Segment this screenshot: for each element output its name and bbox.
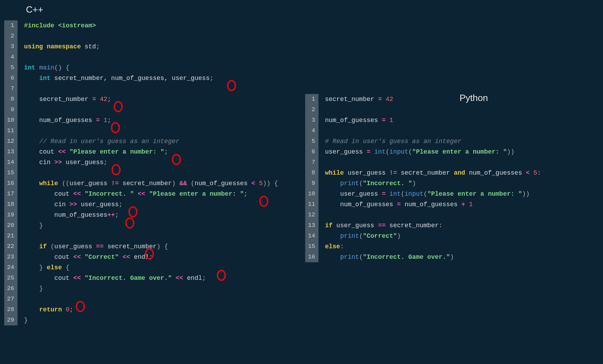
code-line: [24, 294, 278, 304]
line-number: 27: [4, 294, 18, 304]
line-number: 28: [4, 304, 18, 315]
line-number: 2: [4, 31, 18, 41]
code-line: }: [24, 315, 278, 325]
line-number: 15: [4, 168, 18, 178]
code-line: [24, 83, 278, 94]
line-number: 10: [305, 189, 319, 199]
python-gutter: 12345678910111213141516: [305, 94, 319, 262]
code-line: }: [24, 283, 278, 294]
code-line: secret_number = 42: [325, 94, 541, 105]
cpp-gutter: 1234567891011121314151617181920212223242…: [4, 20, 18, 325]
line-number: 7: [4, 83, 18, 94]
line-number: 1: [4, 20, 18, 31]
code-line: [325, 157, 541, 168]
code-line: }: [24, 220, 278, 231]
code-line: print("Incorrect. "): [325, 178, 541, 189]
code-line: cin >> user_guess;: [24, 199, 278, 210]
code-line: int main() {: [24, 62, 278, 73]
code-line: if (user_guess == secret_number) {: [24, 241, 278, 252]
line-number: 2: [305, 105, 319, 115]
line-number: 12: [4, 136, 18, 147]
line-number: 15: [305, 241, 319, 252]
code-line: # Read in user's guess as an integer: [325, 136, 541, 147]
code-line: num_of_guesses = 1: [325, 115, 541, 126]
code-line: [325, 105, 541, 115]
line-number: 7: [305, 157, 319, 168]
code-line: cout << "Please enter a number: ";: [24, 147, 278, 157]
line-number: 14: [4, 157, 18, 168]
code-line: print("Correct"): [325, 231, 541, 241]
code-line: } else {: [24, 262, 278, 273]
code-line: user_guess = int(input("Please enter a n…: [325, 189, 541, 199]
code-line: [24, 31, 278, 41]
line-number: 12: [305, 210, 319, 220]
code-line: if user_guess == secret_number:: [325, 220, 541, 231]
line-number: 8: [305, 168, 319, 178]
code-line: [325, 210, 541, 220]
line-number: 14: [305, 231, 319, 241]
code-line: [24, 168, 278, 178]
line-number: 13: [305, 220, 319, 231]
line-number: 5: [4, 62, 18, 73]
line-number: 21: [4, 231, 18, 241]
code-line: else:: [325, 241, 541, 252]
line-number: 3: [4, 41, 18, 52]
line-number: 8: [4, 94, 18, 105]
line-number: 25: [4, 273, 18, 283]
python-code[interactable]: secret_number = 42 num_of_guesses = 1 # …: [319, 94, 541, 262]
line-number: 16: [4, 178, 18, 189]
line-number: 26: [4, 283, 18, 294]
line-number: 18: [4, 199, 18, 210]
code-line: cin >> user_guess;: [24, 157, 278, 168]
python-editor[interactable]: 12345678910111213141516 secret_number = …: [305, 94, 541, 262]
cpp-editor[interactable]: 1234567891011121314151617181920212223242…: [4, 20, 278, 325]
line-number: 13: [4, 147, 18, 157]
line-number: 6: [4, 73, 18, 83]
code-line: [24, 231, 278, 241]
code-line: [24, 52, 278, 62]
code-line: num_of_guesses = 1;: [24, 115, 278, 126]
line-number: 4: [4, 52, 18, 62]
line-number: 11: [4, 126, 18, 136]
code-line: cout << "Correct" << endl;: [24, 252, 278, 262]
line-number: 16: [305, 252, 319, 262]
cpp-heading: C++: [26, 4, 43, 15]
line-number: 10: [4, 115, 18, 126]
code-line: while ((user_guess != secret_number) && …: [24, 178, 278, 189]
line-number: 19: [4, 210, 18, 220]
code-line: cout << "Incorrect. " << "Please enter a…: [24, 189, 278, 199]
code-line: while user_guess != secret_number and nu…: [325, 168, 541, 178]
line-number: 9: [4, 105, 18, 115]
code-line: num_of_guesses++;: [24, 210, 278, 220]
code-line: print("Incorrect. Game over."): [325, 252, 541, 262]
line-number: 5: [305, 136, 319, 147]
code-line: #include <iostream>: [24, 20, 278, 31]
line-number: 1: [305, 94, 319, 105]
code-line: int secret_number, num_of_guesses, user_…: [24, 73, 278, 83]
line-number: 3: [305, 115, 319, 126]
line-number: 6: [305, 147, 319, 157]
code-line: using namespace std;: [24, 41, 278, 52]
line-number: 9: [305, 178, 319, 189]
line-number: 24: [4, 262, 18, 273]
code-line: [325, 126, 541, 136]
cpp-code[interactable]: #include <iostream> using namespace std;…: [18, 20, 278, 325]
line-number: 20: [4, 220, 18, 231]
code-line: // Read in user's guess as an integer: [24, 136, 278, 147]
code-line: num_of_guesses = num_of_guesses + 1: [325, 199, 541, 210]
code-line: cout << "Incorrect. Game over." << endl;: [24, 273, 278, 283]
code-line: [24, 105, 278, 115]
line-number: 11: [305, 199, 319, 210]
code-line: return 0;: [24, 304, 278, 315]
code-line: secret_number = 42;: [24, 94, 278, 105]
line-number: 22: [4, 241, 18, 252]
code-line: user_guess = int(input("Please enter a n…: [325, 147, 541, 157]
line-number: 4: [305, 126, 319, 136]
code-line: [24, 126, 278, 136]
line-number: 17: [4, 189, 18, 199]
line-number: 23: [4, 252, 18, 262]
line-number: 29: [4, 315, 18, 325]
